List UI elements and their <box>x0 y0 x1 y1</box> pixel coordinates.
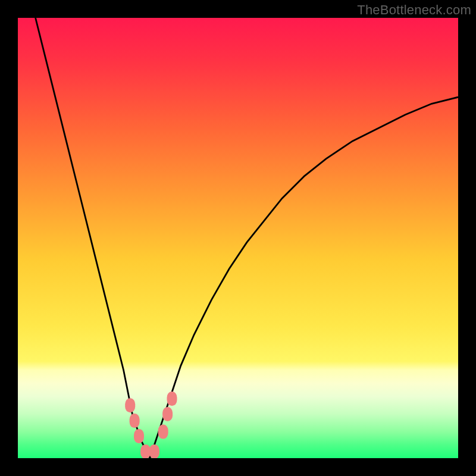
chart-frame: TheBottleneck.com <box>0 0 476 476</box>
gradient-background <box>18 18 458 458</box>
watermark-text: TheBottleneck.com <box>357 2 471 18</box>
marker-point <box>134 429 144 443</box>
marker-point <box>130 414 140 428</box>
marker-point <box>149 444 159 458</box>
marker-point <box>162 407 173 421</box>
marker-point <box>167 392 177 406</box>
bottleneck-chart <box>18 18 458 458</box>
marker-point <box>140 444 151 458</box>
marker-point <box>125 398 135 412</box>
marker-point <box>158 425 168 439</box>
plot-area <box>18 18 458 458</box>
